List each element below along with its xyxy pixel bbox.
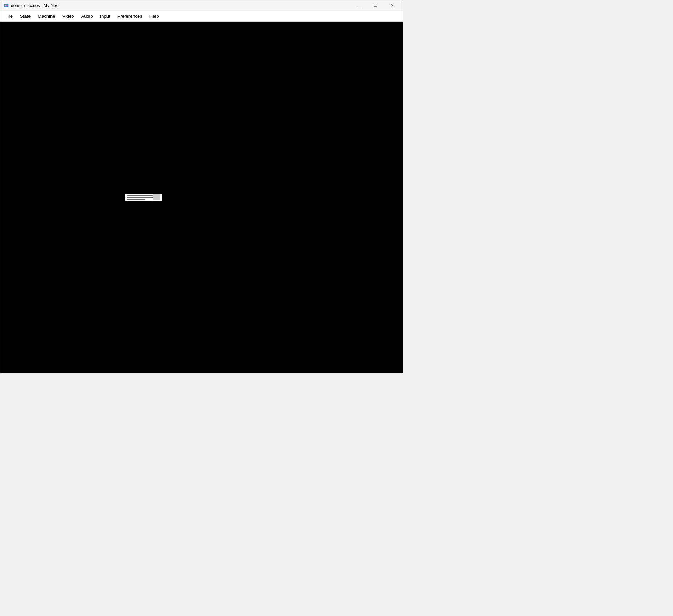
menu-item-machine[interactable]: Machine [34, 11, 59, 21]
title-bar: demo_ntsc.nes - My Nes — ☐ ✕ [0, 0, 403, 11]
menu-item-input[interactable]: Input [97, 11, 114, 21]
loading-block [153, 194, 160, 200]
app-icon [3, 3, 9, 9]
menu-item-video[interactable]: Video [59, 11, 77, 21]
loading-line-3 [127, 199, 145, 200]
svg-rect-2 [6, 5, 7, 6]
svg-rect-1 [5, 5, 6, 6]
minimize-button[interactable]: — [351, 0, 367, 11]
svg-rect-3 [5, 6, 7, 6]
menu-item-file[interactable]: File [2, 11, 16, 21]
nes-display-area [0, 22, 403, 373]
nes-screen [0, 22, 403, 373]
main-window: demo_ntsc.nes - My Nes — ☐ ✕ File State … [0, 0, 403, 373]
svg-rect-0 [4, 4, 8, 7]
menu-item-preferences[interactable]: Preferences [114, 11, 146, 21]
close-button[interactable]: ✕ [384, 0, 400, 11]
title-bar-left: demo_ntsc.nes - My Nes [3, 3, 58, 9]
window-controls: — ☐ ✕ [351, 0, 400, 11]
menu-bar: File State Machine Video Audio Input Pre… [0, 11, 403, 22]
menu-item-help[interactable]: Help [146, 11, 163, 21]
window-title: demo_ntsc.nes - My Nes [11, 3, 58, 8]
menu-item-state[interactable]: State [16, 11, 34, 21]
menu-item-audio[interactable]: Audio [77, 11, 96, 21]
maximize-button[interactable]: ☐ [367, 0, 384, 11]
loading-bar [125, 194, 162, 201]
